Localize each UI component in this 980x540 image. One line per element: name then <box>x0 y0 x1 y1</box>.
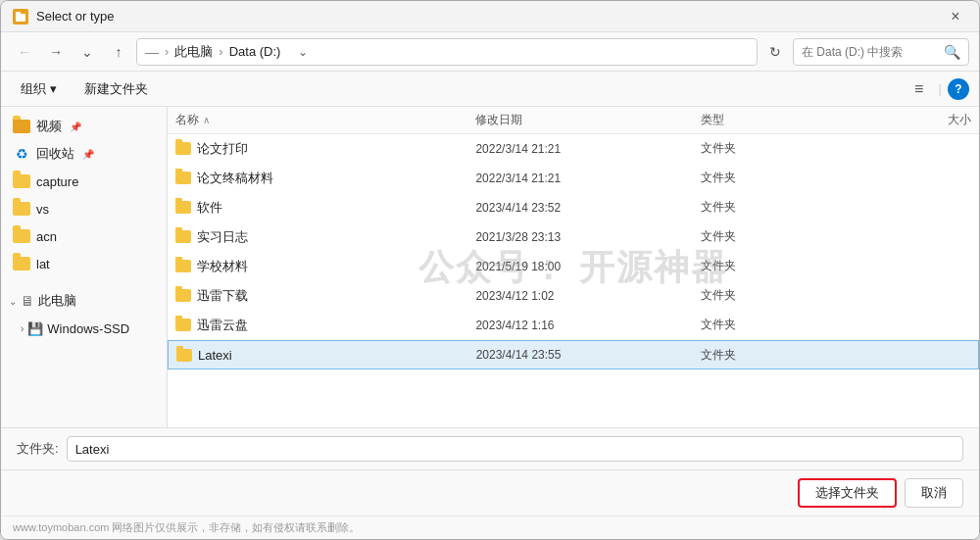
title-bar: Select or type × <box>1 1 979 32</box>
file-name-text: 软件 <box>197 199 222 217</box>
file-name: Latexi <box>176 348 476 363</box>
main-content: 视频 📌 ♻ 回收站 📌 capture vs <box>1 107 979 427</box>
folder-icon <box>175 172 191 184</box>
folder-icon <box>176 349 192 362</box>
column-type[interactable]: 类型 <box>701 112 851 128</box>
search-bar: 🔍 <box>793 38 969 66</box>
back-button[interactable]: ← <box>11 38 38 66</box>
file-date: 2022/3/14 21:21 <box>475 172 701 185</box>
file-row[interactable]: 迅雷下载 2023/4/12 1:02 文件夹 <box>168 281 979 311</box>
navigation-bar: ← → ⌄ ↑ — › 此电脑 › Data (D:) ⌄ ↻ 🔍 <box>1 32 979 72</box>
expand-arrow-windows: › <box>21 323 24 334</box>
file-type: 文件夹 <box>701 170 851 186</box>
cancel-button[interactable]: 取消 <box>905 478 963 508</box>
pin-icon-video: 📌 <box>70 122 81 132</box>
file-name-text: 学校材料 <box>197 258 248 275</box>
lat-folder-icon <box>13 255 30 272</box>
sidebar-item-recycle[interactable]: ♻ 回收站 📌 <box>1 140 167 168</box>
column-date[interactable]: 修改日期 <box>475 112 701 128</box>
help-button[interactable]: ? <box>948 78 969 100</box>
sidebar-item-recycle-label: 回收站 <box>36 145 74 163</box>
col-type-label: 类型 <box>701 113 724 126</box>
new-folder-button[interactable]: 新建文件夹 <box>74 75 158 103</box>
file-row[interactable]: 迅雷云盘 2023/4/12 1:16 文件夹 <box>168 311 979 340</box>
file-rows-container: 论文打印 2022/3/14 21:21 文件夹 论文终稿材料 2022/3/1… <box>168 134 979 369</box>
organize-label: 组织 <box>21 80 46 98</box>
file-row[interactable]: 论文终稿材料 2022/3/14 21:21 文件夹 <box>168 164 979 193</box>
file-date: 2023/4/14 23:52 <box>475 201 701 215</box>
capture-folder-icon <box>13 172 30 190</box>
sidebar-item-video-label: 视频 <box>36 118 62 135</box>
file-name: 论文终稿材料 <box>175 170 475 187</box>
folder-icon <box>175 142 191 155</box>
refresh-button[interactable]: ↻ <box>761 38 789 66</box>
file-name-text: 实习日志 <box>197 228 248 246</box>
folder-icon <box>175 201 191 214</box>
file-date: 2023/4/12 1:02 <box>475 289 701 303</box>
dialog-title: Select or type <box>36 9 936 24</box>
file-name: 学校材料 <box>175 258 475 275</box>
address-dropdown-button[interactable]: ⌄ <box>292 41 314 63</box>
file-list-header: 名称 ∧ 修改日期 类型 大小 <box>168 107 979 134</box>
website-notice: www.toymoban.com 网络图片仅供展示，非存储，如有侵权请联系删除。 <box>1 515 979 539</box>
dropdown-button[interactable]: ⌄ <box>74 38 101 66</box>
up-button[interactable]: ↑ <box>105 38 132 66</box>
file-row[interactable]: 论文打印 2022/3/14 21:21 文件夹 <box>168 134 979 164</box>
drive-icon: 💾 <box>27 321 43 336</box>
sidebar-item-lat[interactable]: lat <box>1 250 167 277</box>
file-row[interactable]: 实习日志 2021/3/28 23:13 文件夹 <box>168 222 979 252</box>
address-bar[interactable]: — › 此电脑 › Data (D:) ⌄ <box>136 38 758 66</box>
sidebar-tree-thispc[interactable]: ⌄ 🖥 此电脑 <box>1 287 167 315</box>
address-sep1: › <box>165 44 169 59</box>
file-row[interactable]: 软件 2023/4/14 23:52 文件夹 <box>168 193 979 222</box>
search-icon: 🔍 <box>944 44 960 60</box>
folder-icon <box>175 289 191 302</box>
sidebar-item-video[interactable]: 视频 📌 <box>1 113 167 140</box>
sidebar-item-capture[interactable]: capture <box>1 168 167 195</box>
search-input[interactable] <box>802 45 940 59</box>
close-button[interactable]: × <box>944 5 967 28</box>
sidebar-item-acn[interactable]: acn <box>1 222 167 250</box>
sidebar-item-lat-label: lat <box>36 257 50 271</box>
file-list: 名称 ∧ 修改日期 类型 大小 公众号： 开源神器 论文打印 <box>168 107 979 427</box>
folder-label: 文件夹: <box>17 440 59 458</box>
expand-arrow-thispc: ⌄ <box>9 296 17 307</box>
column-name[interactable]: 名称 ∧ <box>175 112 475 128</box>
thispc-label: 此电脑 <box>38 292 76 310</box>
file-name: 论文打印 <box>175 140 475 158</box>
computer-icon: 🖥 <box>21 293 34 309</box>
sidebar-tree-windows[interactable]: › 💾 Windows-SSD <box>1 315 167 342</box>
file-name: 迅雷下载 <box>175 287 475 305</box>
sidebar: 视频 📌 ♻ 回收站 📌 capture vs <box>1 107 168 427</box>
sidebar-item-vs[interactable]: vs <box>1 195 167 222</box>
acn-folder-icon <box>13 227 30 245</box>
folder-icon <box>175 319 191 331</box>
vs-folder-icon <box>13 200 30 218</box>
file-name: 迅雷云盘 <box>175 317 475 334</box>
file-name-text: 迅雷下载 <box>197 287 248 305</box>
col-size-label: 大小 <box>948 113 971 126</box>
organize-button[interactable]: 组织 ▾ <box>11 75 67 103</box>
sidebar-item-capture-label: capture <box>36 174 78 189</box>
address-sep2: › <box>219 44 222 59</box>
folder-icon <box>175 230 191 243</box>
file-row[interactable]: 学校材料 2021/5/19 18:00 文件夹 <box>168 252 979 281</box>
column-size[interactable]: 大小 <box>851 112 971 128</box>
forward-button[interactable]: → <box>42 38 70 66</box>
file-name-text: 论文终稿材料 <box>197 170 273 187</box>
file-picker-dialog: Select or type × ← → ⌄ ↑ — › 此电脑 › Data … <box>0 0 980 540</box>
video-folder-icon <box>13 118 30 135</box>
file-date: 2022/3/14 21:21 <box>475 142 701 156</box>
button-bar: 选择文件夹 取消 <box>1 469 979 515</box>
recycle-icon: ♻ <box>13 145 30 163</box>
file-name: 软件 <box>175 199 475 217</box>
file-type: 文件夹 <box>701 287 851 304</box>
file-row[interactable]: Latexi 2023/4/14 23:55 文件夹 <box>168 340 979 369</box>
sidebar-item-acn-label: acn <box>36 229 57 244</box>
file-date: 2021/3/28 23:13 <box>475 230 701 244</box>
select-folder-button[interactable]: 选择文件夹 <box>798 478 897 508</box>
file-name-text: 迅雷云盘 <box>197 317 248 334</box>
folder-input[interactable] <box>67 436 963 462</box>
file-type: 文件夹 <box>701 199 851 216</box>
view-button[interactable]: ≡ <box>906 75 933 103</box>
